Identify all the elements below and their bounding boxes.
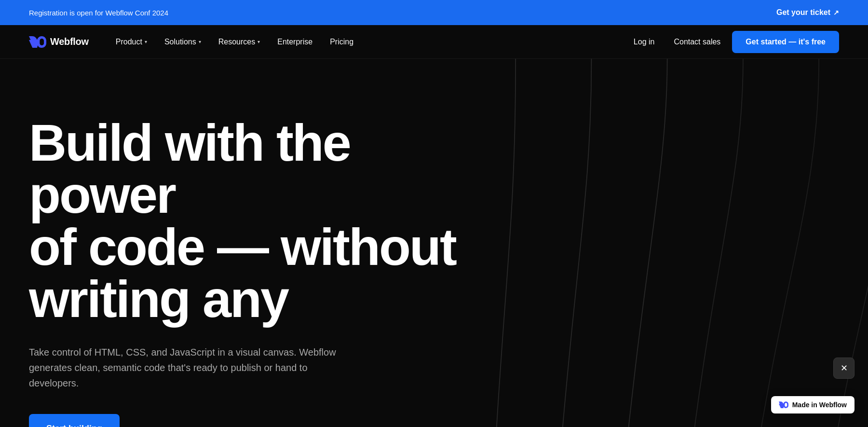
navbar: Webflow Product ▾ Solutions ▾ Resources … bbox=[0, 25, 868, 59]
hero-section: Build with the power of code — without w… bbox=[0, 59, 868, 427]
nav-label-enterprise: Enterprise bbox=[277, 38, 312, 46]
logo-link[interactable]: Webflow bbox=[29, 36, 89, 48]
nav-item-solutions[interactable]: Solutions ▾ bbox=[157, 34, 209, 50]
hero-background-lines bbox=[434, 59, 868, 427]
announcement-link-text: Get your ticket bbox=[776, 8, 830, 17]
webflow-logo-icon bbox=[29, 36, 46, 48]
logo-text: Webflow bbox=[50, 36, 89, 47]
nav-item-pricing[interactable]: Pricing bbox=[322, 34, 361, 50]
hero-title-line1: Build with the power bbox=[29, 113, 350, 224]
chevron-down-icon-resources: ▾ bbox=[258, 39, 260, 44]
announcement-banner: Registration is open for Webflow Conf 20… bbox=[0, 0, 868, 25]
hero-title-line3: writing any bbox=[29, 270, 288, 328]
external-link-icon: ↗ bbox=[833, 9, 839, 16]
announcement-text: Registration is open for Webflow Conf 20… bbox=[29, 9, 168, 17]
webflow-badge-icon bbox=[779, 401, 788, 408]
nav-item-product[interactable]: Product ▾ bbox=[108, 34, 155, 50]
nav-label-solutions: Solutions bbox=[164, 38, 196, 46]
nav-label-resources: Resources bbox=[218, 38, 255, 46]
nav-label-pricing: Pricing bbox=[330, 38, 353, 46]
login-link[interactable]: Log in bbox=[626, 34, 663, 50]
nav-item-resources[interactable]: Resources ▾ bbox=[211, 34, 268, 50]
announcement-link[interactable]: Get your ticket ↗ bbox=[776, 8, 839, 17]
corner-close-button[interactable]: ✕ bbox=[833, 358, 854, 379]
close-icon: ✕ bbox=[841, 363, 848, 373]
nav-links: Product ▾ Solutions ▾ Resources ▾ Enterp… bbox=[108, 34, 626, 50]
get-started-button[interactable]: Get started — it's free bbox=[732, 31, 839, 53]
made-in-webflow-text: Made in Webflow bbox=[792, 401, 847, 409]
chevron-down-icon-solutions: ▾ bbox=[199, 39, 201, 44]
start-building-button[interactable]: Start building bbox=[29, 414, 120, 427]
hero-title-line2: of code — without bbox=[29, 218, 456, 276]
nav-right: Log in Contact sales Get started — it's … bbox=[626, 31, 839, 53]
hero-subtitle: Take control of HTML, CSS, and JavaScrip… bbox=[29, 344, 357, 391]
hero-title: Build with the power of code — without w… bbox=[29, 117, 492, 325]
nav-item-enterprise[interactable]: Enterprise bbox=[270, 34, 320, 50]
hero-content: Build with the power of code — without w… bbox=[29, 117, 492, 427]
chevron-down-icon-product: ▾ bbox=[145, 39, 147, 44]
contact-sales-link[interactable]: Contact sales bbox=[666, 34, 728, 50]
nav-label-product: Product bbox=[116, 38, 142, 46]
made-in-webflow-badge[interactable]: Made in Webflow bbox=[771, 396, 854, 413]
